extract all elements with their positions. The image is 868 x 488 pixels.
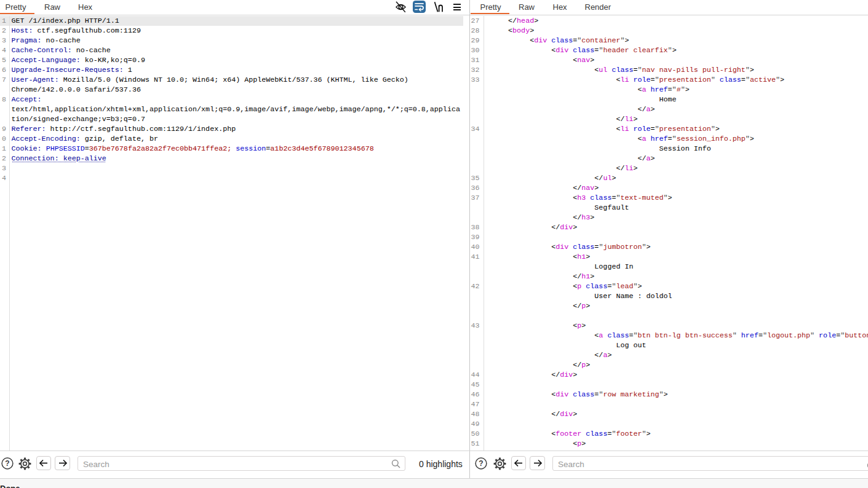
svg-text:?: ? <box>479 459 483 468</box>
svg-text:?: ? <box>5 459 9 468</box>
